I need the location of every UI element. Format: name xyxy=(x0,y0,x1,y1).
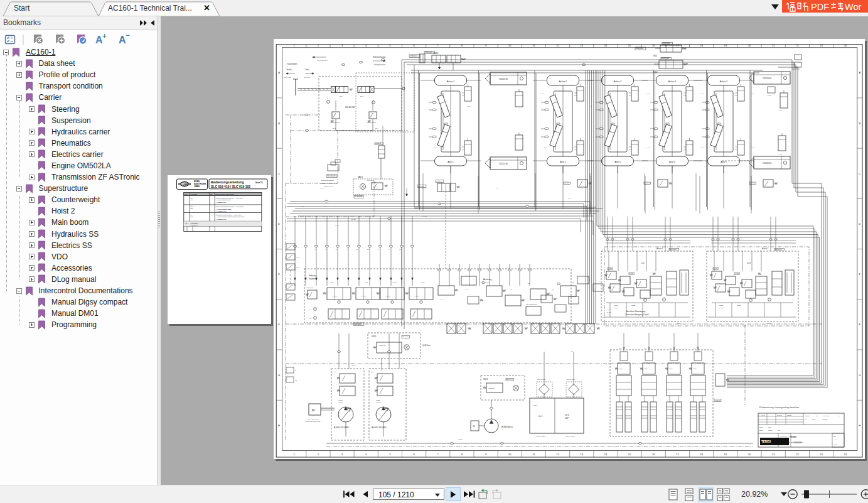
svg-text:Lin I: Lin I xyxy=(641,262,645,264)
svg-text:E: E xyxy=(859,273,860,276)
svg-text:100bar: 100bar xyxy=(614,305,618,306)
svg-text:Achse 5: Achse 5 xyxy=(766,323,771,325)
svg-text:4.09: 4.09 xyxy=(185,222,188,224)
svg-text:LK 1: LK 1 xyxy=(333,371,337,373)
svg-text:8: 8 xyxy=(461,44,463,47)
svg-text:22: 22 xyxy=(796,453,799,456)
svg-text:Axle 2: Axle 2 xyxy=(560,161,566,163)
svg-text:18x1.5: 18x1.5 xyxy=(335,225,339,226)
svg-text:Y6410: Y6410 xyxy=(751,147,755,148)
svg-text:18: 18 xyxy=(700,44,703,47)
svg-text:150bar an KFT: 150bar an KFT xyxy=(324,186,333,187)
svg-text:E: E xyxy=(278,273,280,276)
svg-text:RaVSa3: RaVSa3 xyxy=(422,215,427,217)
svg-text:VS: VS xyxy=(473,425,475,428)
svg-text:18/K: 18/K xyxy=(468,105,471,107)
svg-text:23: 23 xyxy=(820,44,823,47)
svg-text:Ke 1: Ke 1 xyxy=(296,246,299,247)
svg-text:2: 2 xyxy=(318,453,319,456)
svg-text:Y6401: Y6401 xyxy=(439,93,444,94)
svg-text:4: 4 xyxy=(365,44,367,47)
svg-text:4%: 4% xyxy=(191,199,193,201)
svg-text:CM: CM xyxy=(309,318,311,319)
svg-text:A: A xyxy=(859,71,860,74)
svg-text:T1: T1 xyxy=(571,350,573,352)
svg-text:Ke 2: Ke 2 xyxy=(296,256,299,257)
svg-text:Y6403: Y6403 xyxy=(540,93,544,94)
svg-text:821(0)5/3: 821(0)5/3 xyxy=(670,249,677,251)
svg-text:Seite 76: Seite 76 xyxy=(255,181,263,184)
svg-text:nach rechts: nach rechts xyxy=(284,77,291,78)
svg-text:1: 1 xyxy=(212,214,213,216)
svg-text:D: D xyxy=(859,222,860,225)
svg-text:12: 12 xyxy=(556,453,559,456)
svg-text:Y4423: Y4423 xyxy=(392,281,397,283)
svg-text:150bar 217psi: 150bar 217psi xyxy=(330,122,340,124)
svg-text:1320/3012: 1320/3012 xyxy=(793,441,801,444)
svg-text:SA211: SA211 xyxy=(358,176,363,178)
svg-text:Arndt: Arndt xyxy=(777,430,780,431)
svg-text:G: G xyxy=(859,374,860,377)
svg-text:900bar: 900bar xyxy=(338,399,343,401)
svg-text:Sp4: Sp4 xyxy=(693,348,696,349)
svg-text:14: 14 xyxy=(604,44,608,47)
svg-text:20: 20 xyxy=(748,44,751,47)
svg-text:SO-6446: SO-6446 xyxy=(402,336,409,338)
svg-text:driving direction: driving direction xyxy=(374,63,386,66)
svg-text:Bedienungsanleitung: Bedienungsanleitung xyxy=(211,180,244,184)
svg-text:max. 72 l/min: max. 72 l/min xyxy=(537,379,546,380)
svg-text:1: 1 xyxy=(294,44,296,47)
svg-text:KO: KO xyxy=(295,379,297,381)
svg-text:YM452: YM452 xyxy=(433,52,439,55)
svg-text:G: G xyxy=(278,374,280,377)
svg-text:max. 58 l/min: max. 58 l/min xyxy=(567,379,576,380)
svg-text:Y6131: Y6131 xyxy=(778,153,783,154)
svg-text:Pf: Pf xyxy=(295,370,296,371)
svg-text:→ replace PLC: → replace PLC xyxy=(216,202,227,203)
svg-text:90bar: 90bar xyxy=(644,368,648,369)
svg-text:Axle 1: Axle 1 xyxy=(447,161,454,163)
svg-text:» P out: » P out xyxy=(606,309,611,310)
svg-text:LS: LS xyxy=(399,249,401,250)
svg-text:821(0)5/3: 821(0)5/3 xyxy=(775,249,782,251)
svg-text:Y6132: Y6132 xyxy=(767,94,772,96)
svg-text:S3/1.6: S3/1.6 xyxy=(533,404,538,406)
svg-text:Axle 5: Axle 5 xyxy=(721,161,727,163)
svg-text:18.09.06: 18.09.06 xyxy=(777,414,783,416)
svg-text:A1a: A1a xyxy=(510,289,513,290)
svg-text:6901(2)63: 6901(2)63 xyxy=(662,57,669,60)
svg-text:10: 10 xyxy=(508,453,512,456)
svg-text:Beschreibung / modification: Beschreibung / modification xyxy=(216,193,235,195)
svg-text:12: 12 xyxy=(556,44,559,47)
svg-text:900bar: 900bar xyxy=(376,399,380,401)
svg-text:150bar 217psi: 150bar 217psi xyxy=(367,122,377,124)
svg-text:Lämmle: Lämmle xyxy=(787,414,792,416)
svg-text:Axle 4: Axle 4 xyxy=(669,161,675,163)
svg-text:4000psi: 4000psi xyxy=(376,402,381,403)
svg-text:c: c xyxy=(759,414,759,416)
svg-text:Un 1: Un 1 xyxy=(538,415,543,418)
svg-text:A3: A3 xyxy=(335,249,337,250)
svg-text:Y4422: Y4422 xyxy=(421,281,425,283)
svg-text:Kurvenfahrt: Kurvenfahrt xyxy=(287,63,297,65)
svg-text:13: 13 xyxy=(581,453,584,456)
svg-text:HEFM 85: HEFM 85 xyxy=(488,387,495,389)
svg-text:BaVBd: BaVBd xyxy=(351,219,356,220)
svg-text:13: 13 xyxy=(581,44,584,47)
svg-text:Druckmeldung kalt: Druckmeldung kalt xyxy=(321,180,334,181)
svg-text:C: C xyxy=(278,172,280,175)
svg-text:902 440 540: 902 440 540 xyxy=(345,106,355,109)
svg-text:H: H xyxy=(859,424,860,427)
svg-text:Achse 4: Achse 4 xyxy=(668,80,676,83)
svg-text:Name: Name xyxy=(768,426,772,428)
svg-text:Y4411: Y4411 xyxy=(630,273,634,274)
svg-text:Sp1: Sp1 xyxy=(619,348,622,349)
svg-text:18: 18 xyxy=(700,453,703,456)
svg-text:8,8: 8,8 xyxy=(191,216,193,218)
svg-text:24: 24 xyxy=(844,44,847,47)
svg-text:electronic: electronic xyxy=(191,224,198,226)
svg-text:1.02.07: 1.02.07 xyxy=(768,430,773,431)
svg-text:Bearb.: Bearb. xyxy=(759,430,763,431)
svg-text:2x 3: 2x 3 xyxy=(360,95,363,97)
svg-text:B2: B2 xyxy=(572,281,574,283)
